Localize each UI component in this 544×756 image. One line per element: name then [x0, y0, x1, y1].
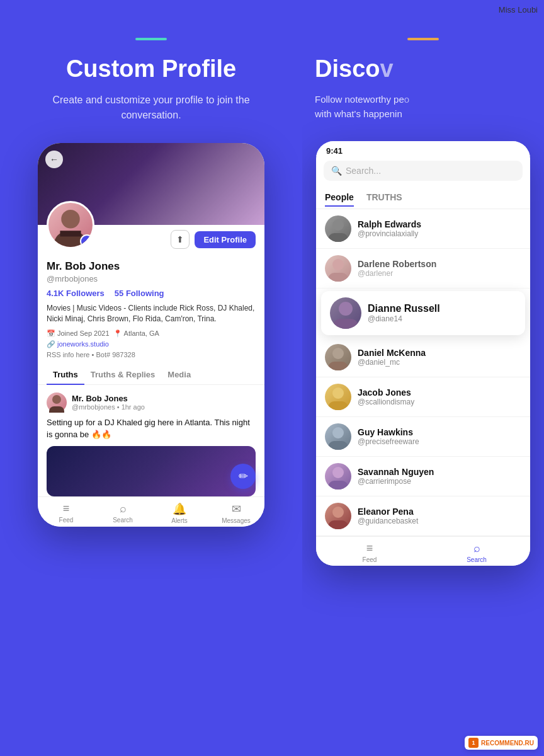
person-item-jacob: Jacob Jones @scalliondismay	[316, 377, 530, 417]
search-bar[interactable]: 🔍 Search...	[324, 161, 523, 181]
people-list: Ralph Edwards @provincialaxially Darlene…	[316, 209, 530, 536]
discover-phone-mockup: 9:41 🔍 Search... People TRUTHS Ralph Edw…	[316, 141, 530, 566]
recommend-text: RECOMMEND.RU	[481, 740, 534, 747]
tab-truths-replies[interactable]: Truths & Replies	[84, 365, 162, 384]
edit-profile-button[interactable]: Edit Profile	[195, 231, 256, 248]
person-item-eleanor: Eleanor Pena @guidancebasket	[316, 496, 530, 536]
person-info-jacob: Jacob Jones @scalliondismay	[358, 387, 414, 406]
person-handle-guy: @precisefreeware	[358, 437, 419, 446]
profile-bio: Movies | Music Videos - Clients include …	[47, 303, 256, 324]
avatar-savannah	[325, 463, 351, 490]
svg-point-19	[332, 507, 344, 518]
discover-feed-label: Feed	[363, 556, 377, 563]
profile-website-row: 🔗 joneworks.studio	[47, 340, 256, 348]
joined-date: 📅 Joined Sep 2021	[47, 329, 110, 338]
svg-rect-18	[328, 481, 348, 490]
svg-rect-10	[333, 319, 358, 329]
website-link[interactable]: 🔗 joneworks.studio	[47, 340, 109, 348]
avatar-daniel	[325, 344, 351, 370]
person-item-ralph: Ralph Edwards @provincialaxially	[316, 209, 530, 249]
watermark: Miss Loubi	[499, 5, 538, 14]
discover-search-icon: ⌕	[473, 542, 480, 555]
person-name-guy: Guy Hawkins	[358, 427, 419, 437]
truth-user-row: Mr. Bob Jones @mrbobjones • 1hr ago	[47, 392, 256, 413]
truth-post: Mr. Bob Jones @mrbobjones • 1hr ago Sett…	[38, 392, 264, 496]
followers-count: 4.1K	[47, 289, 64, 298]
svg-point-13	[332, 387, 344, 399]
alerts-icon: 🔔	[173, 502, 186, 516]
svg-rect-20	[328, 520, 348, 529]
svg-point-17	[332, 467, 344, 478]
avatar-eleanor	[325, 503, 351, 529]
svg-rect-8	[328, 273, 348, 282]
compose-fab-button[interactable]: ✏	[230, 464, 256, 489]
profile-avatar-area: ✓ ⬆ Edit Profile	[38, 225, 264, 256]
avatar-guy	[325, 423, 351, 450]
nav-search[interactable]: ⌕ Search	[94, 502, 151, 524]
svg-point-5	[332, 219, 344, 231]
truth-user-info: Mr. Bob Jones @mrbobjones • 1hr ago	[72, 394, 145, 411]
following-count: 55	[115, 289, 123, 298]
person-item-darlene: Darlene Robertson @darlener	[316, 249, 530, 289]
svg-point-9	[339, 302, 353, 316]
avatar-darlene	[325, 255, 351, 282]
nav-feed[interactable]: ≡ Feed	[38, 502, 94, 524]
person-name-daniel: Daniel McKenna	[358, 348, 426, 358]
recommend-badge: 1 RECOMMEND.RU	[465, 736, 538, 750]
person-handle-ralph: @provincialaxially	[358, 229, 421, 238]
truth-image	[47, 446, 256, 496]
discover-nav-feed[interactable]: ≡ Feed	[316, 542, 423, 563]
profile-rss: RSS info here • Bot# 987328	[47, 351, 256, 358]
discover-feed-icon: ≡	[366, 542, 373, 555]
profile-phone-mockup: ← ✓ ⬆ Edit Profile M	[38, 143, 264, 527]
truth-author-name: Mr. Bob Jones	[72, 394, 145, 403]
person-handle-jacob: @scalliondismay	[358, 398, 414, 406]
search-bar-icon: 🔍	[331, 166, 342, 176]
left-feature-title: Custom Profile	[66, 55, 236, 83]
alerts-label: Alerts	[171, 517, 188, 524]
person-handle-daniel: @daniel_mc	[358, 358, 426, 367]
following-label: Following	[126, 289, 164, 298]
followers-stat: 4.1K Followers	[47, 289, 105, 298]
profile-info: Mr. Bob Jones @mrbobjones 4.1K Followers…	[38, 256, 264, 358]
feed-label: Feed	[59, 517, 74, 524]
right-feature-title: Discov	[315, 55, 531, 83]
right-panel: Discov Follow noteworthy peowith what's …	[302, 0, 544, 756]
person-item-guy: Guy Hawkins @precisefreeware	[316, 417, 530, 457]
person-handle-eleanor: @guidancebasket	[358, 517, 418, 525]
feed-icon: ≡	[63, 502, 70, 515]
tab-truths[interactable]: Truths	[47, 365, 84, 384]
nav-alerts[interactable]: 🔔 Alerts	[151, 502, 208, 524]
svg-point-15	[332, 427, 344, 438]
svg-rect-6	[328, 233, 348, 242]
messages-icon: ✉	[232, 502, 241, 516]
discover-search-label: Search	[467, 556, 487, 563]
accent-bar-left	[135, 38, 167, 40]
avatar-dianne	[330, 297, 361, 329]
status-bar: 9:41	[316, 141, 530, 156]
website-anchor[interactable]: joneworks.studio	[57, 340, 109, 348]
tab-media[interactable]: Media	[161, 365, 197, 384]
share-button[interactable]: ⬆	[171, 230, 190, 249]
person-handle-darlene: @darlener	[358, 269, 436, 278]
svg-point-3	[52, 395, 61, 404]
verified-badge: ✓	[80, 234, 94, 248]
discover-nav-search[interactable]: ⌕ Search	[423, 542, 530, 563]
accent-bar-right	[407, 38, 439, 40]
avatar-ralph	[325, 215, 351, 242]
tab-people[interactable]: People	[325, 188, 354, 206]
person-info-dianne: Dianne Russell @diane14	[368, 303, 440, 323]
tab-truths[interactable]: TRUTHS	[366, 188, 402, 206]
person-name-darlene: Darlene Robertson	[358, 259, 436, 269]
back-button[interactable]: ←	[45, 151, 63, 168]
avatar-jacob	[325, 384, 351, 410]
person-name-dianne: Dianne Russell	[368, 303, 440, 314]
person-info-guy: Guy Hawkins @precisefreeware	[358, 427, 419, 446]
followers-label: Followers	[66, 289, 105, 298]
person-name-savannah: Savannah Nguyen	[358, 467, 434, 477]
profile-meta: 📅 Joined Sep 2021 📍 Atlanta, GA	[47, 329, 256, 338]
person-info-ralph: Ralph Edwards @provincialaxially	[358, 219, 421, 238]
nav-messages[interactable]: ✉ Messages	[208, 502, 264, 524]
profile-bottom-nav: ≡ Feed ⌕ Search 🔔 Alerts ✉ Messages	[38, 496, 264, 527]
profile-handle: @mrbobjones	[47, 274, 256, 284]
